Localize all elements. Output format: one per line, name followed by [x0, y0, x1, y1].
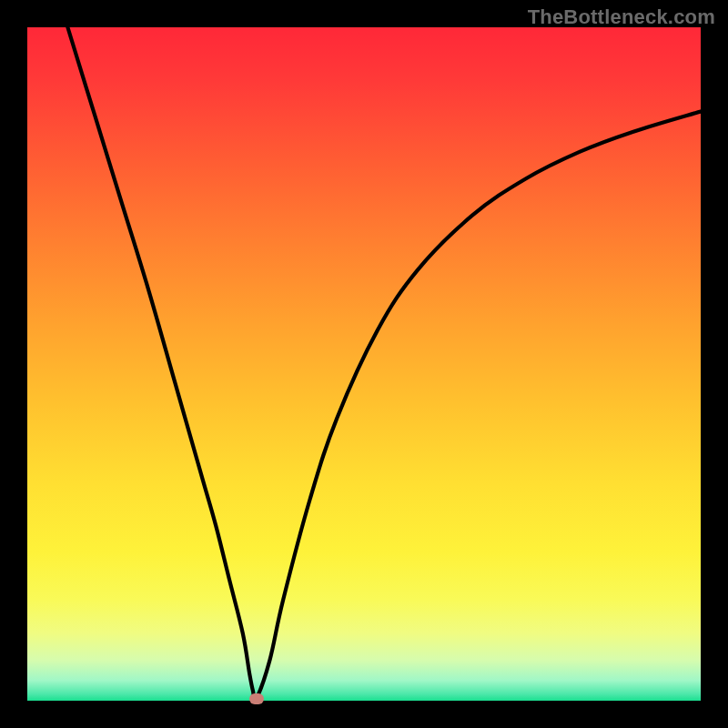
chart-frame: TheBottleneck.com	[0, 0, 728, 728]
optimal-point-marker	[249, 693, 264, 704]
watermark-text: TheBottleneck.com	[528, 5, 715, 29]
bottleneck-curve	[27, 27, 701, 701]
plot-area	[27, 27, 701, 701]
